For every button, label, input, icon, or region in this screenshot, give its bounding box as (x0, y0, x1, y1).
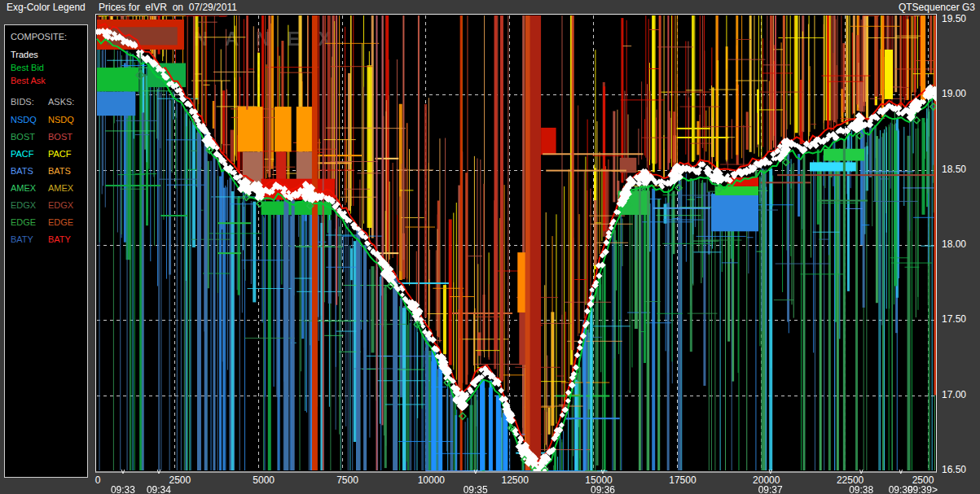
legend-bid-bost: BOST (11, 132, 35, 142)
y-axis-label-16.50: 16.50 (942, 464, 966, 475)
legend-ask-bost: BOST (48, 132, 73, 142)
legend-composite-best-ask: Best Ask (11, 76, 46, 85)
x-axis-label-0: 0 (95, 474, 101, 486)
legend-ask-nsdq: NSDQ (48, 115, 74, 125)
time-label-0937: 09:37 (758, 484, 783, 494)
time-label-0939: 09:39> (907, 484, 938, 494)
legend-bid-nsdq: NSDQ (11, 115, 37, 125)
legend-bid-edgx: EDGX (11, 200, 36, 210)
y-axis-label-17.50: 17.50 (942, 313, 966, 325)
legend-ask-pacf: PACF (48, 149, 72, 159)
y-axis-label-17.00: 17.00 (942, 389, 966, 400)
exchange-color-legend-panel: COMPOSITE: TradesBest BidBest Ask BIDS: … (4, 24, 88, 478)
composite-header: COMPOSITE: (11, 32, 67, 42)
legend-composite-best-bid: Best Bid (11, 63, 44, 72)
legend-bid-amex: AMEX (11, 183, 36, 193)
x-axis-label-17500: 17500 (669, 474, 696, 486)
x-axis-label-10000: 10000 (418, 474, 445, 486)
y-axis-label-19.50: 19.50 (942, 13, 966, 24)
legend-ask-edgx: EDGX (48, 200, 73, 210)
x-axis-label-2500: 2500 (169, 474, 191, 486)
y-axis-label-18.50: 18.50 (942, 164, 966, 175)
minute-caret-0936: v (601, 468, 605, 475)
exg-color-legend-title: Exg-Color Legend (7, 2, 86, 13)
x-axis-label-12500: 12500 (502, 474, 529, 486)
time-label-0936: 09:36 (591, 484, 615, 494)
minute-caret-0933: v (121, 468, 125, 475)
time-label-0935: 09:35 (464, 484, 488, 494)
y-axis-label-18.00: 18.00 (942, 238, 966, 250)
x-axis-label-5000: 5000 (253, 474, 275, 486)
legend-bid-edge: EDGE (11, 217, 36, 227)
legend-ask-edge: EDGE (48, 217, 73, 227)
qtsequencer-window: Exg-Color Legend Prices for eIVR on 07/2… (0, 0, 980, 494)
minute-caret-0937: v (768, 468, 772, 475)
price-chart-plot-area (95, 14, 937, 473)
x-axis-label-7500: 7500 (336, 474, 358, 486)
minute-caret-0938: v (859, 468, 864, 475)
legend-bid-baty: BATY (11, 234, 33, 244)
time-label-0934: 09:34 (147, 484, 171, 494)
legend-ask-baty: BATY (48, 234, 71, 244)
legend-bid-bats: BATS (11, 166, 33, 176)
y-axis-label-19.00: 19.00 (942, 88, 966, 99)
app-name-label: QTSequencer G3 (899, 2, 975, 13)
legend-composite-trades: Trades (11, 50, 38, 59)
legend-ask-amex: AMEX (48, 183, 73, 193)
minute-caret-0935: v (473, 468, 477, 475)
bids-header: BIDS: (11, 97, 34, 107)
minute-caret-0934: v (157, 468, 161, 475)
time-label-0933: 09:33 (111, 484, 135, 494)
asks-header: ASKS: (48, 97, 74, 107)
legend-bid-pacf: PACF (11, 149, 34, 159)
minute-caret-0939: v (899, 468, 903, 475)
legend-ask-bats: BATS (48, 166, 71, 176)
time-label-0938: 09:38 (849, 484, 873, 494)
price-chart-canvas[interactable] (96, 15, 936, 471)
chart-title: Prices for eIVR on 07/29/2011 (99, 2, 237, 13)
